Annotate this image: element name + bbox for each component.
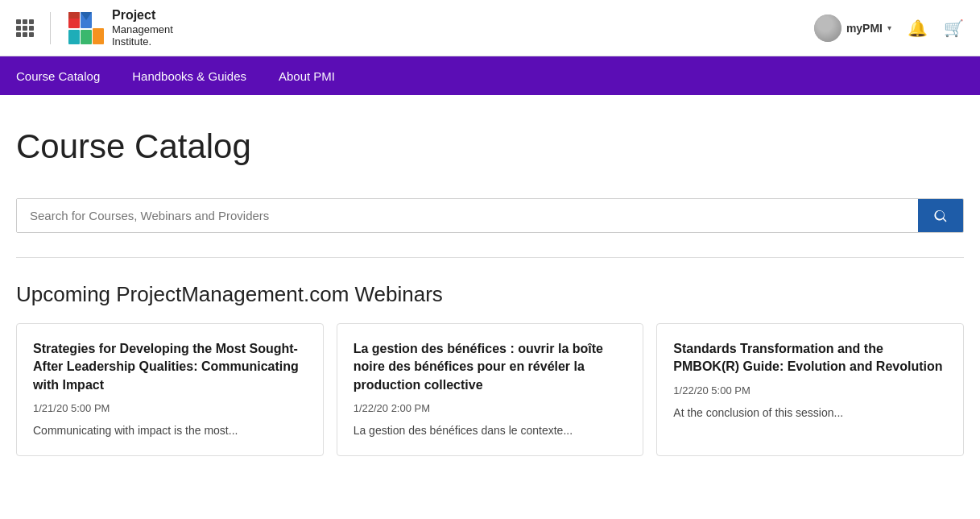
svg-rect-1	[68, 12, 80, 19]
logo[interactable]: Project Management Institute.	[67, 7, 173, 48]
user-menu[interactable]: myPMI ▾	[814, 15, 891, 42]
nav-course-catalog[interactable]: Course Catalog	[16, 69, 100, 83]
avatar	[814, 15, 841, 42]
card-2-date: 1/22/20 2:00 PM	[354, 402, 627, 414]
card-1-title: Strategies for Developing the Most Sough…	[33, 340, 307, 394]
top-bar-right: myPMI ▾ 🔔 🛒	[814, 15, 964, 42]
webinars-title: Upcoming ProjectManagement.com Webinars	[16, 282, 964, 307]
card-3-description: At the conclusion of this session...	[673, 405, 947, 421]
card-3-title: Standards Transformation and the PMBOK(R…	[673, 340, 947, 376]
webinar-card-2[interactable]: La gestion des bénéfices : ouvrir la boî…	[337, 323, 644, 456]
grid-menu-icon[interactable]	[16, 19, 34, 37]
card-1-date: 1/21/20 5:00 PM	[33, 402, 307, 414]
svg-rect-5	[68, 30, 80, 44]
user-name: myPMI	[846, 22, 883, 35]
header-divider	[50, 12, 51, 44]
svg-rect-6	[81, 30, 92, 44]
search-button[interactable]	[918, 199, 963, 232]
primary-nav: Course Catalog Handbooks & Guides About …	[0, 56, 980, 95]
card-1-description: Communicating with impact is the most...	[33, 422, 307, 439]
shopping-cart-icon[interactable]: 🛒	[944, 19, 964, 38]
section-divider	[16, 257, 964, 258]
search-icon	[932, 208, 949, 224]
nav-handbooks[interactable]: Handbooks & Guides	[132, 69, 246, 83]
card-3-date: 1/22/20 5:00 PM	[673, 384, 947, 397]
page-title: Course Catalog	[16, 127, 964, 166]
logo-institute: Institute.	[112, 35, 173, 48]
webinar-cards-grid: Strategies for Developing the Most Sough…	[16, 323, 964, 456]
svg-rect-4	[93, 28, 104, 44]
logo-management: Management	[112, 23, 173, 36]
search-bar	[16, 198, 964, 233]
nav-about-pmi[interactable]: About PMI	[279, 69, 335, 83]
search-input[interactable]	[17, 199, 918, 232]
logo-text: Project Management Institute.	[112, 7, 173, 48]
top-bar-left: Project Management Institute.	[16, 7, 173, 48]
webinar-card-1[interactable]: Strategies for Developing the Most Sough…	[16, 323, 324, 456]
main-content: Course Catalog Upcoming ProjectManagemen…	[0, 95, 980, 472]
logo-project: Project	[112, 7, 173, 23]
webinar-card-3[interactable]: Standards Transformation and the PMBOK(R…	[656, 323, 964, 456]
notification-bell-icon[interactable]: 🔔	[908, 19, 928, 38]
card-2-description: La gestion des bénéfices dans le context…	[354, 422, 627, 439]
card-2-title: La gestion des bénéfices : ouvrir la boî…	[354, 340, 627, 394]
chevron-down-icon: ▾	[887, 23, 891, 32]
webinars-section: Upcoming ProjectManagement.com Webinars …	[16, 282, 964, 456]
top-bar: Project Management Institute. myPMI ▾ 🔔 …	[0, 0, 980, 56]
pmi-logo-icon	[67, 9, 105, 48]
